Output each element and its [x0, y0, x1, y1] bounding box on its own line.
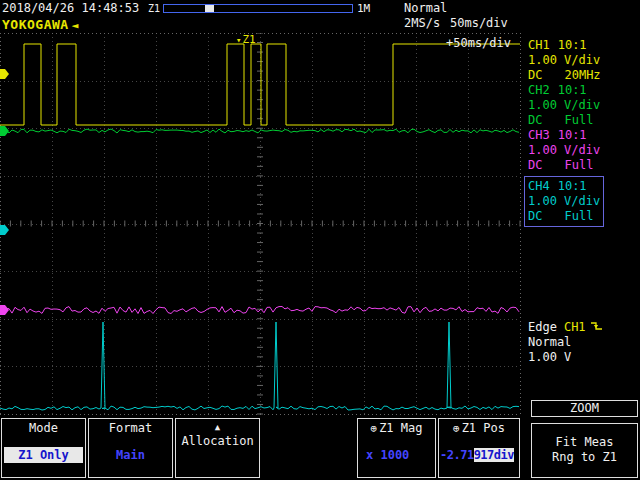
logo-arrow-icon: ◄ — [72, 19, 79, 32]
trigger-type: Edge — [528, 320, 557, 334]
ch1-coupling: DC — [528, 68, 542, 82]
ch3-scale: 1.00 V/div — [528, 143, 600, 158]
memory-size: 1M — [357, 2, 370, 15]
brand-logo: YOKOGAWA◄ — [2, 17, 79, 32]
acquisition-memory-bar — [163, 4, 353, 13]
status-bar: 2018/04/26 14:48:53 Z1 1M Normal 2MS/s 5… — [0, 0, 640, 33]
softkey-format[interactable]: Format Main — [88, 418, 173, 478]
knob-icon: ⊕ — [453, 422, 460, 435]
waveform-graticule — [0, 33, 522, 416]
z1-mag-value[interactable]: x 1000 — [358, 448, 435, 462]
z1-pos-header: ⊕Z1 Pos — [439, 421, 519, 435]
zoom-timebase: +50ms/div — [446, 36, 511, 50]
allocation-cursor-icon: ▲ — [176, 422, 259, 432]
ch2-scale: 1.00 V/div — [528, 98, 600, 113]
z1-mag-header-text: Z1 Mag — [379, 421, 422, 435]
allocation-header: Allocation — [176, 434, 259, 448]
ch1-name: CH1 — [528, 38, 550, 52]
softkey-allocation[interactable]: ▲ Allocation — [175, 418, 260, 478]
ch3-title: CH310:1 — [528, 128, 600, 143]
trigger-info: EdgeCH1 Normal 1.00 V — [528, 320, 603, 365]
channel-position-marker-ch2 — [0, 126, 9, 136]
fit-meas-line2: Rng to Z1 — [532, 450, 637, 465]
channel-info-ch1: CH110:1 1.00 V/div DC20MHz — [528, 38, 601, 83]
ch1-probe: 10:1 — [558, 38, 587, 52]
ch4-probe: 10:1 — [558, 179, 587, 193]
ch1-coupling-row: DC20MHz — [528, 68, 601, 83]
ch1-bandwidth: 20MHz — [564, 68, 600, 82]
ch4-name: CH4 — [528, 179, 550, 193]
ch2-coupling-row: DCFull — [528, 113, 600, 128]
ch3-bandwidth: Full — [564, 158, 593, 172]
trigger-mode: Normal — [528, 335, 603, 350]
ch4-coupling-row: DCFull — [528, 209, 600, 224]
waveform-ch2 — [0, 129, 519, 133]
z1-pos-header-text: Z1 Pos — [462, 421, 505, 435]
knob-icon: ⊕ — [371, 422, 378, 435]
format-header: Format — [89, 421, 172, 435]
zoom-window-position-label: ▾Z1 — [236, 33, 256, 46]
datetime: 2018/04/26 14:48:53 — [2, 1, 139, 15]
oscilloscope-screen: 2018/04/26 14:48:53 Z1 1M Normal 2MS/s 5… — [0, 0, 640, 480]
zoom-window-marker[interactable] — [205, 5, 214, 12]
z1-pos-value[interactable]: -2.71917div — [439, 448, 519, 462]
ch4-bandwidth: Full — [564, 209, 593, 223]
fit-meas-line1: Fit Meas — [532, 435, 637, 450]
ch3-probe: 10:1 — [558, 128, 587, 142]
z1-pos-selected-digits[interactable]: 917div — [474, 448, 514, 462]
softkey-z1-mag[interactable]: ⊕Z1 Mag x 1000 — [357, 418, 436, 478]
ch1-scale: 1.00 V/div — [528, 53, 601, 68]
ch2-title: CH210:1 — [528, 83, 600, 98]
ch1-title: CH110:1 — [528, 38, 601, 53]
zoom-window-marker-icon: ▾ — [236, 35, 241, 45]
fit-meas-rng-button[interactable]: Fit Meas Rng to Z1 — [531, 423, 638, 478]
channel-info-ch3: CH310:1 1.00 V/div DCFull — [528, 128, 600, 173]
edge-trigger-icon — [590, 320, 603, 332]
brand-logo-text: YOKOGAWA — [2, 17, 69, 32]
ch3-name: CH3 — [528, 128, 550, 142]
waveform-ch3 — [0, 307, 519, 314]
ch3-coupling: DC — [528, 158, 542, 172]
mode-header: Mode — [2, 421, 85, 435]
trigger-level: 1.00 V — [528, 350, 603, 365]
ch2-probe: 10:1 — [558, 83, 587, 97]
ch2-bandwidth: Full — [564, 113, 593, 127]
ch4-coupling: DC — [528, 209, 542, 223]
waveform-ch1 — [0, 44, 520, 125]
main-timebase: 50ms/div — [450, 16, 508, 30]
ch4-scale: 1.00 V/div — [528, 194, 600, 209]
z1-pos-prefix: -2.71 — [440, 448, 474, 462]
sample-rate: 2MS/s — [404, 16, 440, 30]
channel-info-ch4-selected[interactable]: CH410:1 1.00 V/div DCFull — [524, 176, 604, 227]
softkey-z1-pos[interactable]: ⊕Z1 Pos -2.71917div — [438, 418, 520, 478]
trigger-type-row: EdgeCH1 — [528, 320, 603, 335]
mem-bar-z1-label: Z1 — [148, 3, 160, 14]
channel-position-marker-ch3 — [0, 305, 9, 315]
channel-sidebar: CH110:1 1.00 V/div DC20MHz CH210:1 1.00 … — [524, 33, 640, 416]
mode-value[interactable]: Z1 Only — [4, 447, 83, 463]
ch4-title: CH410:1 — [528, 179, 600, 194]
ch2-name: CH2 — [528, 83, 550, 97]
ch2-coupling: DC — [528, 113, 542, 127]
softkey-mode[interactable]: Mode Z1 Only — [1, 418, 86, 478]
format-value[interactable]: Main — [89, 448, 172, 462]
channel-position-marker-ch1 — [0, 69, 9, 79]
waveform-display: ▾Z1 +50ms/div — [0, 33, 522, 416]
trigger-source: CH1 — [564, 320, 586, 334]
zoom-section-label: ZOOM — [531, 400, 638, 417]
trigger-mode-status: Normal — [404, 1, 447, 15]
ch3-coupling-row: DCFull — [528, 158, 600, 173]
zoom-window-label-text: Z1 — [242, 33, 255, 46]
z1-mag-header: ⊕Z1 Mag — [358, 421, 435, 435]
channel-info-ch2: CH210:1 1.00 V/div DCFull — [528, 83, 600, 128]
channel-position-marker-ch4 — [0, 225, 9, 235]
